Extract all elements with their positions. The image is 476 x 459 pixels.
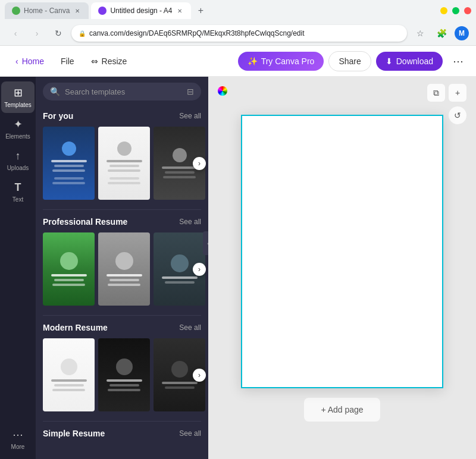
professional-resume-next-button[interactable]: › <box>193 263 206 276</box>
minimize-button[interactable] <box>440 7 447 14</box>
section-for-you-header: For you See all <box>43 111 201 121</box>
page-canvas[interactable] <box>241 115 443 388</box>
template-line <box>107 160 142 162</box>
modern-resume-next-button[interactable]: › <box>193 369 206 382</box>
for-you-see-all[interactable]: See all <box>179 112 201 120</box>
tab-home-favicon <box>12 7 20 15</box>
template-overlay <box>43 127 95 200</box>
tab-home[interactable]: Home - Canva ✕ <box>5 2 89 19</box>
canvas-area: ⧉ + ↺ + Add page <box>208 77 476 459</box>
template-line <box>51 379 87 382</box>
bookmark-button[interactable]: ☆ <box>412 25 428 42</box>
template-line <box>107 274 142 276</box>
professional-resume-see-all[interactable]: See all <box>179 218 201 226</box>
section-for-you: For you See all <box>36 106 208 207</box>
template-item[interactable] <box>98 232 150 306</box>
template-line <box>165 281 195 284</box>
color-wheel-button[interactable] <box>218 86 227 96</box>
copy-page-button[interactable]: ⧉ <box>427 84 445 102</box>
template-item[interactable] <box>43 127 95 200</box>
share-label: Share <box>339 56 361 66</box>
tab-design-close[interactable]: ✕ <box>176 7 184 15</box>
profile-avatar[interactable]: M <box>455 26 469 40</box>
more-icon: ⋯ <box>11 428 24 441</box>
templates-icon: ⊞ <box>11 86 24 99</box>
resize-button[interactable]: ⇔ Resize <box>83 52 136 71</box>
filter-icon[interactable]: ⊟ <box>187 87 194 96</box>
professional-resume-title: Professional Resume <box>43 217 127 227</box>
divider <box>43 315 201 316</box>
tab-design[interactable]: Untitled design - A4 ✕ <box>91 2 191 19</box>
search-input-wrap[interactable]: 🔍 ⊟ <box>43 83 201 100</box>
template-overlay <box>98 127 150 200</box>
try-pro-icon: ✨ <box>248 56 258 66</box>
add-page-button[interactable]: + Add page <box>304 398 380 422</box>
reload-button[interactable]: ↻ <box>50 25 67 42</box>
tab-design-favicon <box>98 7 107 15</box>
share-button[interactable]: Share <box>328 51 371 71</box>
tab-home-close[interactable]: ✕ <box>73 7 82 15</box>
address-input[interactable]: 🔒 canva.com/design/DAEq6SRMRpQ/MEkqxR3t8… <box>71 25 407 42</box>
sidebar-item-templates[interactable]: ⊞ Templates <box>1 81 35 113</box>
template-item[interactable] <box>98 127 150 200</box>
template-avatar <box>60 252 78 270</box>
template-overlay <box>43 232 95 306</box>
download-button[interactable]: ⬇ Download <box>376 52 443 71</box>
sidebar-item-elements[interactable]: ✦ Elements <box>1 113 35 144</box>
template-line <box>108 182 140 184</box>
resize-icon: ⇔ <box>91 56 98 66</box>
browser-chrome: Home - Canva ✕ Untitled design - A4 ✕ + … <box>0 0 476 46</box>
template-line <box>54 384 84 386</box>
template-line <box>108 389 140 391</box>
extensions-button[interactable]: 🧩 <box>433 25 450 42</box>
template-line <box>109 177 139 180</box>
address-bar: ‹ › ↻ 🔒 canva.com/design/DAEq6SRMRpQ/MEk… <box>0 21 476 45</box>
forward-button[interactable]: › <box>29 25 45 42</box>
download-icon: ⬇ <box>386 56 393 66</box>
template-item[interactable] <box>98 338 150 411</box>
modern-resume-header: Modern Resume See all <box>43 323 201 332</box>
resize-label: Resize <box>102 56 127 66</box>
for-you-next-button[interactable]: › <box>193 157 206 170</box>
template-item[interactable] <box>43 232 95 306</box>
new-tab-button[interactable]: + <box>193 4 208 18</box>
template-line <box>108 284 140 286</box>
copy-icon: ⧉ <box>433 88 439 98</box>
template-overlay <box>43 338 95 411</box>
template-line <box>54 177 84 180</box>
search-input[interactable] <box>65 87 182 96</box>
template-line <box>165 171 195 174</box>
tab-bar: Home - Canva ✕ Untitled design - A4 ✕ + <box>0 0 476 21</box>
try-pro-button[interactable]: ✨ Try Canva Pro <box>238 52 324 71</box>
home-button[interactable]: ‹ Home <box>7 52 52 71</box>
template-circle <box>117 142 131 156</box>
address-text: canva.com/design/DAEq6SRMRpQ/MEkqxR3t8hp… <box>89 29 305 37</box>
sidebar-item-more[interactable]: ⋯ More <box>1 423 35 455</box>
sidebar-item-text[interactable]: T Text <box>1 176 35 208</box>
template-line <box>165 386 195 389</box>
maximize-button[interactable] <box>452 7 459 14</box>
template-item[interactable] <box>43 338 95 411</box>
more-icon: ⋯ <box>453 55 464 68</box>
tab-home-label: Home - Canva <box>24 7 70 15</box>
modern-resume-see-all[interactable]: See all <box>179 323 201 332</box>
for-you-grid: › <box>43 127 201 200</box>
sidebar-item-uploads[interactable]: ↑ Uploads <box>1 144 35 176</box>
file-button[interactable]: File <box>52 52 83 71</box>
back-button[interactable]: ‹ <box>7 25 24 42</box>
search-bar: 🔍 ⊟ <box>36 77 208 106</box>
simple-resume-see-all[interactable]: See all <box>179 429 201 438</box>
template-avatar <box>171 361 188 378</box>
add-page-icon-button[interactable]: + <box>449 84 466 102</box>
more-options-button[interactable]: ⋯ <box>447 51 469 72</box>
template-line <box>51 274 87 276</box>
professional-resume-grid: › <box>43 232 201 306</box>
canvas-toolbar: ⧉ + <box>427 84 466 102</box>
rotate-button[interactable]: ↺ <box>449 106 466 124</box>
templates-panel: 🔍 ⊟ For you See all <box>36 77 208 459</box>
modern-resume-grid: › <box>43 338 201 411</box>
close-button[interactable] <box>464 7 471 14</box>
template-avatar <box>116 359 133 375</box>
window-controls <box>440 7 471 14</box>
section-modern-resume: Modern Resume See all <box>36 318 208 419</box>
